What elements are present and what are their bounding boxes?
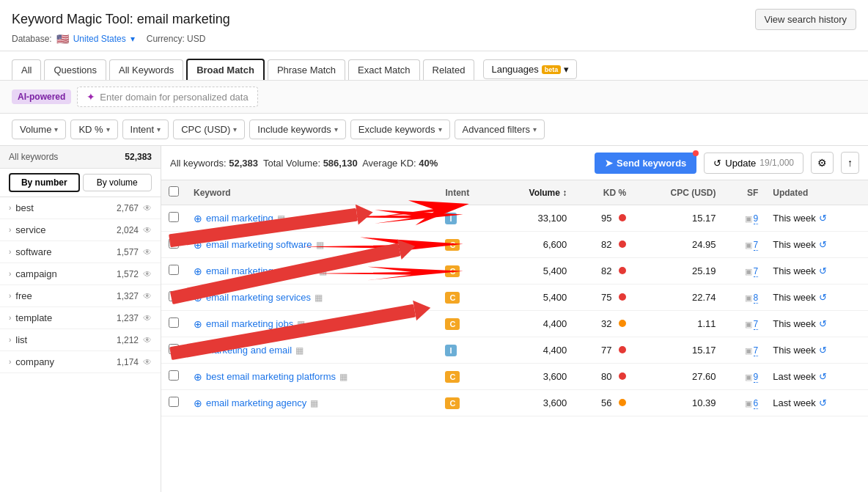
header-title: Keyword Magic Tool: email marketing xyxy=(12,12,230,27)
sidebar-item-campaign[interactable]: › campaign 1,572 👁 xyxy=(0,263,161,285)
filter-exclude-keywords-button[interactable]: Exclude keywords ▾ xyxy=(350,120,450,139)
sf-box-icon: ▣ xyxy=(745,346,752,356)
tab-related[interactable]: Related xyxy=(423,59,475,80)
sf-value[interactable]: 7 xyxy=(754,240,759,251)
sf-value[interactable]: 7 xyxy=(754,345,759,356)
sf-box-icon: ▣ xyxy=(745,267,752,276)
send-keywords-button[interactable]: ➤ Send keywords xyxy=(595,153,696,174)
filter-volume-button[interactable]: Volume ▾ xyxy=(12,120,66,139)
filter-intent-button[interactable]: Intent ▾ xyxy=(122,120,169,139)
sf-box-icon: ▣ xyxy=(745,372,752,382)
row-checkbox[interactable] xyxy=(169,317,179,328)
settings-icon-button[interactable]: ⚙ xyxy=(811,152,834,174)
tab-broad-match[interactable]: Broad Match xyxy=(186,59,265,80)
filter-include-keywords-button[interactable]: Include keywords ▾ xyxy=(249,120,345,139)
sidebar-item-list[interactable]: › list 1,212 👁 xyxy=(0,329,161,351)
keyword-link[interactable]: ⊕ marketing and email ▦ xyxy=(194,345,430,356)
sf-value[interactable]: 7 xyxy=(754,319,759,330)
tab-exact-match[interactable]: Exact Match xyxy=(348,59,420,80)
beta-badge: beta xyxy=(542,65,562,74)
sidebar-item-company[interactable]: › company 1,174 👁 xyxy=(0,351,161,373)
kd-cell: 75 xyxy=(574,284,633,311)
sidebar-item-software[interactable]: › software 1,577 👁 xyxy=(0,241,161,263)
refresh-icon[interactable]: ↺ xyxy=(819,345,827,356)
eye-icon[interactable]: 👁 xyxy=(143,203,152,213)
sf-cell: ▣ 9 xyxy=(724,364,766,390)
filter-cpc-(usd)-button[interactable]: CPC (USD) ▾ xyxy=(173,120,245,139)
sidebar-all-keywords-label: All keywords xyxy=(9,152,58,162)
cpc-cell: 27.60 xyxy=(633,364,723,390)
eye-icon[interactable]: 👁 xyxy=(143,225,152,235)
refresh-icon[interactable]: ↺ xyxy=(819,292,827,303)
table-icon: ▦ xyxy=(277,213,285,224)
refresh-icon[interactable]: ↺ xyxy=(819,265,827,276)
sf-value[interactable]: 9 xyxy=(754,372,759,383)
row-checkbox[interactable] xyxy=(169,212,179,222)
eye-icon[interactable]: 👁 xyxy=(143,335,152,345)
row-checkbox[interactable] xyxy=(169,291,179,301)
sf-value[interactable]: 7 xyxy=(754,266,759,277)
domain-input[interactable]: ✦ Enter domain for personalized data xyxy=(77,87,257,107)
tab-all-keywords[interactable]: All Keywords xyxy=(109,59,183,80)
currency-label: Currency: USD xyxy=(147,34,206,44)
keyword-link[interactable]: ⊕ email marketing ▦ xyxy=(194,213,430,224)
export-icon-button[interactable]: ↑ xyxy=(841,152,859,174)
keyword-link[interactable]: ⊕ best email marketing platforms ▦ xyxy=(194,371,430,383)
row-checkbox[interactable] xyxy=(169,344,179,354)
select-all-checkbox[interactable] xyxy=(169,186,179,197)
sidebar-count-label: 1,577 xyxy=(117,247,139,257)
tab-questions[interactable]: Questions xyxy=(44,59,106,80)
sidebar-item-template[interactable]: › template 1,237 👁 xyxy=(0,307,161,329)
keyword-link[interactable]: ⊕ email marketing platforms ▦ xyxy=(194,265,430,277)
sort-by-volume-button[interactable]: By volume xyxy=(83,174,152,191)
sf-value[interactable]: 9 xyxy=(754,213,759,224)
eye-icon[interactable]: 👁 xyxy=(143,291,152,301)
tab-all[interactable]: All xyxy=(12,59,41,80)
keyword-link[interactable]: ⊕ email marketing agency ▦ xyxy=(194,397,430,409)
add-icon: ⊕ xyxy=(194,318,202,330)
filter-advanced-filters-button[interactable]: Advanced filters ▾ xyxy=(455,120,545,139)
update-button[interactable]: ↺ Update 19/1,000 xyxy=(704,153,803,174)
kd-dot xyxy=(619,267,626,274)
refresh-icon[interactable]: ↺ xyxy=(819,397,827,408)
eye-icon[interactable]: 👁 xyxy=(143,269,152,279)
refresh-icon[interactable]: ↺ xyxy=(819,318,827,329)
keyword-link[interactable]: ⊕ email marketing services ▦ xyxy=(194,292,430,304)
kd-column-header: KD % xyxy=(574,180,633,205)
sidebar-word-label: free xyxy=(15,290,32,301)
refresh-icon[interactable]: ↺ xyxy=(819,213,827,224)
volume-column-header[interactable]: Volume ↕ xyxy=(496,180,574,205)
intent-column-header: Intent xyxy=(438,180,496,205)
keyword-link[interactable]: ⊕ email marketing software ▦ xyxy=(194,239,430,251)
eye-icon[interactable]: 👁 xyxy=(143,313,152,323)
chevron-icon: ▾ xyxy=(233,125,237,133)
sidebar-item-service[interactable]: › service 2,024 👁 xyxy=(0,219,161,241)
sidebar-word-label: software xyxy=(15,246,51,257)
table-icon: ▦ xyxy=(316,240,324,250)
sidebar-item-free[interactable]: › free 1,327 👁 xyxy=(0,285,161,307)
row-checkbox[interactable] xyxy=(169,397,179,407)
sidebar-keyword-count: 52,383 xyxy=(125,152,152,162)
view-history-button[interactable]: View search history xyxy=(755,9,856,30)
tab-phrase-match[interactable]: Phrase Match xyxy=(268,59,345,80)
row-checkbox[interactable] xyxy=(169,265,179,275)
table-row: ⊕ marketing and email ▦ I 4,400 77 15.17… xyxy=(161,337,868,364)
refresh-icon[interactable]: ↺ xyxy=(819,371,827,382)
intent-cell: I xyxy=(438,205,496,232)
eye-icon[interactable]: 👁 xyxy=(143,357,152,367)
sf-box-icon: ▣ xyxy=(745,214,752,224)
eye-icon[interactable]: 👁 xyxy=(143,247,152,257)
row-checkbox[interactable] xyxy=(169,238,179,249)
keyword-link[interactable]: ⊕ email marketing jobs ▦ xyxy=(194,318,430,330)
filter-kd-%-button[interactable]: KD % ▾ xyxy=(70,120,117,139)
sort-by-number-button[interactable]: By number xyxy=(9,173,80,192)
sf-value[interactable]: 8 xyxy=(754,293,759,304)
sidebar-item-best[interactable]: › best 2,767 👁 xyxy=(0,197,161,219)
sf-value[interactable]: 6 xyxy=(754,398,759,409)
refresh-icon[interactable]: ↺ xyxy=(819,239,827,250)
chevron-right-icon: › xyxy=(9,314,11,322)
sidebar-item-left: › template xyxy=(9,312,52,323)
dropdown-icon[interactable]: ▾ xyxy=(130,34,135,44)
languages-button[interactable]: Languages beta ▾ xyxy=(483,59,577,79)
row-checkbox[interactable] xyxy=(169,370,179,381)
